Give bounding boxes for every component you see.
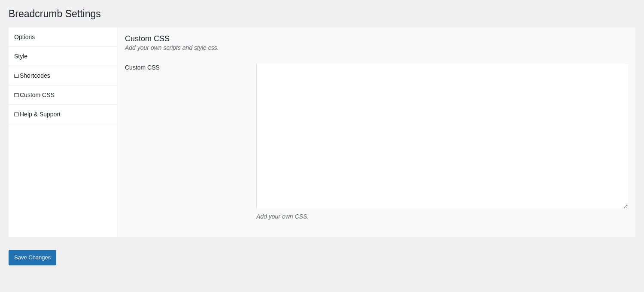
tab-label: Help & Support xyxy=(20,111,61,118)
tab-label: Options xyxy=(14,33,35,40)
section-title: Custom CSS xyxy=(125,34,628,43)
custom-css-textarea[interactable] xyxy=(256,64,628,208)
tab-label: Shortcodes xyxy=(20,72,50,79)
custom-css-label: Custom CSS xyxy=(125,64,256,71)
box-icon xyxy=(14,113,19,116)
field-help-text: Add your own CSS. xyxy=(256,213,628,220)
tab-options[interactable]: Options xyxy=(9,27,117,47)
page-title: Breadcrumb Settings xyxy=(9,4,635,21)
field-input-wrap: Add your own CSS. xyxy=(256,64,628,220)
tab-custom-css[interactable]: Custom CSS xyxy=(9,85,117,105)
section-subtitle: Add your own scripts and style css. xyxy=(125,44,628,51)
tab-style[interactable]: Style xyxy=(9,47,117,66)
save-changes-button[interactable]: Save Changes xyxy=(9,250,56,265)
box-icon xyxy=(14,74,19,78)
tab-shortcodes[interactable]: Shortcodes xyxy=(9,66,117,85)
settings-container: Options Style Shortcodes Custom CSS Help… xyxy=(9,27,635,237)
tab-label: Custom CSS xyxy=(20,91,55,98)
tabs-sidebar: Options Style Shortcodes Custom CSS Help… xyxy=(9,27,117,237)
content-area: Custom CSS Add your own scripts and styl… xyxy=(117,27,635,237)
box-icon xyxy=(14,93,19,97)
field-row: Custom CSS Add your own CSS. xyxy=(125,64,628,220)
tab-help-support[interactable]: Help & Support xyxy=(9,105,117,124)
tab-label: Style xyxy=(14,53,27,60)
